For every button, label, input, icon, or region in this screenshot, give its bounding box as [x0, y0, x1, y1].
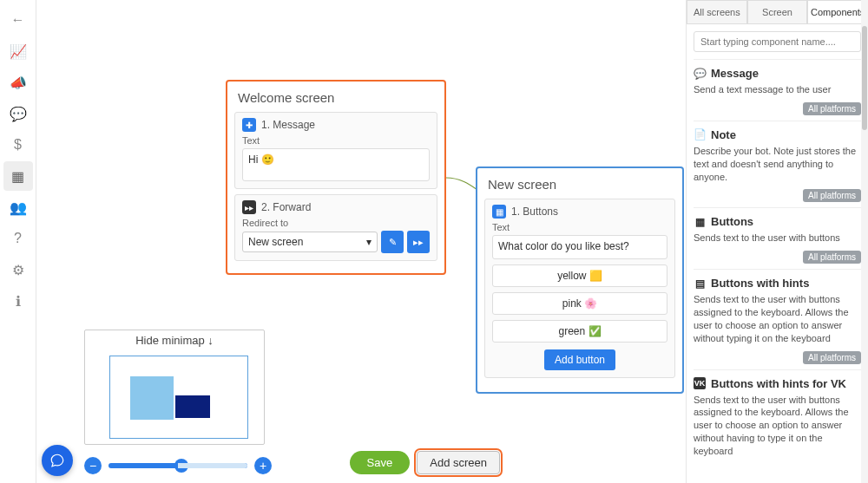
buttons-text-input[interactable]: What color do you like best?: [492, 235, 667, 259]
component-list[interactable]: 💬 Message Send a text message to the use…: [687, 59, 868, 483]
component-buttons-hints-vk[interactable]: VK Buttons with hints for VK Sends text …: [694, 369, 861, 463]
flow-icon[interactable]: ▦: [3, 161, 33, 191]
component-title: Buttons: [711, 215, 753, 228]
note-component-icon: 📄: [694, 128, 706, 140]
go-redirect-button[interactable]: ▸▸: [407, 231, 430, 253]
scrollbar-thumb[interactable]: [862, 26, 867, 130]
buttons-text-label: Text: [492, 222, 667, 232]
redirect-label: Redirect to: [242, 218, 430, 228]
save-button[interactable]: Save: [350, 451, 411, 474]
zoom-in-button[interactable]: +: [254, 457, 272, 474]
vk-component-icon: VK: [694, 377, 706, 389]
chat-icon[interactable]: 💬: [3, 99, 33, 128]
platform-badge: All platforms: [803, 102, 861, 115]
forward-section[interactable]: ▸▸ 2. Forward Redirect to New screen ▾ ✎…: [234, 194, 437, 261]
component-search-input[interactable]: [694, 31, 861, 52]
message-component-icon: 💬: [694, 68, 706, 80]
forward-icon: ▸▸: [242, 200, 256, 214]
bottom-buttons: Save Add screen: [350, 451, 500, 474]
edit-redirect-button[interactable]: ✎: [381, 231, 404, 253]
minimap-toggle[interactable]: Hide minimap ↓: [85, 330, 264, 350]
component-message[interactable]: 💬 Message Send a text message to the use…: [694, 59, 861, 121]
component-title: Note: [711, 128, 736, 141]
canvas[interactable]: Welcome screen ✚ 1. Message Text Hi 🙂 ▸▸…: [36, 0, 686, 483]
component-desc: Sends text to the user with buttons assi…: [694, 293, 861, 344]
platform-badge: All platforms: [803, 251, 861, 264]
buttons-hints-component-icon: ▤: [694, 277, 706, 290]
left-sidebar: ← 📈 📣 💬 $ ▦ 👥 ? ⚙ ℹ: [0, 0, 36, 483]
tab-components[interactable]: Components: [807, 0, 868, 23]
dollar-icon[interactable]: $: [3, 130, 33, 160]
new-screen-node[interactable]: New screen ▦ 1. Buttons Text What color …: [476, 166, 684, 394]
zoom-slider[interactable]: [108, 463, 247, 468]
buttons-section[interactable]: ▦ 1. Buttons Text What color do you like…: [484, 199, 675, 378]
platform-badge: All platforms: [803, 351, 861, 364]
settings-icon[interactable]: ⚙: [3, 255, 33, 284]
new-screen-title: New screen: [488, 177, 675, 192]
component-title: Buttons with hints for VK: [711, 377, 846, 390]
support-chat-button[interactable]: [42, 445, 73, 476]
forward-header: 2. Forward: [261, 201, 311, 213]
chevron-down-icon: ▾: [366, 236, 372, 248]
option-yellow[interactable]: yellow 🟨: [492, 264, 667, 287]
broadcast-icon[interactable]: 📣: [3, 68, 33, 97]
minimap-node-2: [175, 395, 210, 418]
redirect-selected: New screen: [248, 236, 303, 248]
buttons-component-icon: ▦: [694, 216, 706, 228]
component-note[interactable]: 📄 Note Describe your bot. Note just stor…: [694, 121, 861, 208]
component-desc: Sends text to the user with buttons assi…: [694, 394, 861, 458]
component-buttons-hints[interactable]: ▤ Buttons with hints Sends text to the u…: [694, 269, 861, 369]
redirect-select[interactable]: New screen ▾: [242, 232, 378, 252]
minimap-body[interactable]: [85, 350, 264, 444]
component-desc: Sends text to the user with buttons: [694, 232, 861, 245]
tab-screen[interactable]: Screen: [747, 0, 808, 23]
zoom-bar: − +: [84, 457, 272, 474]
stats-icon[interactable]: 📈: [3, 36, 33, 66]
tab-all-screens[interactable]: All screens: [687, 0, 747, 23]
users-icon[interactable]: 👥: [3, 193, 33, 222]
add-option-button[interactable]: Add button: [544, 349, 615, 370]
message-icon: ✚: [242, 118, 256, 132]
message-text-input[interactable]: Hi 🙂: [242, 148, 430, 181]
help-icon[interactable]: ?: [3, 224, 33, 253]
minimap[interactable]: Hide minimap ↓: [84, 330, 265, 445]
add-screen-button[interactable]: Add screen: [417, 451, 500, 474]
buttons-icon: ▦: [492, 205, 506, 219]
minimap-node-1: [130, 376, 174, 420]
component-desc: Send a text message to the user: [694, 83, 861, 96]
zoom-out-button[interactable]: −: [84, 457, 102, 474]
message-section[interactable]: ✚ 1. Message Text Hi 🙂: [234, 112, 437, 189]
panel-tabs: All screens Screen Components: [687, 0, 868, 24]
message-text-label: Text: [242, 135, 430, 146]
welcome-screen-node[interactable]: Welcome screen ✚ 1. Message Text Hi 🙂 ▸▸…: [226, 80, 446, 275]
option-pink[interactable]: pink 🌸: [492, 292, 667, 315]
welcome-title: Welcome screen: [238, 90, 437, 105]
info-icon[interactable]: ℹ: [3, 286, 33, 316]
message-header: 1. Message: [261, 119, 315, 131]
component-desc: Describe your bot. Note just stores the …: [694, 145, 861, 184]
back-icon[interactable]: ←: [3, 5, 33, 35]
component-title: Message: [711, 67, 759, 80]
zoom-thumb[interactable]: [174, 459, 188, 473]
component-title: Buttons with hints: [711, 277, 809, 290]
right-panel: All screens Screen Components 💬 Message …: [686, 0, 868, 483]
panel-scrollbar[interactable]: [861, 0, 868, 483]
platform-badge: All platforms: [803, 189, 861, 202]
option-green[interactable]: green ✅: [492, 320, 667, 343]
buttons-header: 1. Buttons: [511, 206, 558, 218]
component-buttons[interactable]: ▦ Buttons Sends text to the user with bu…: [694, 207, 861, 269]
